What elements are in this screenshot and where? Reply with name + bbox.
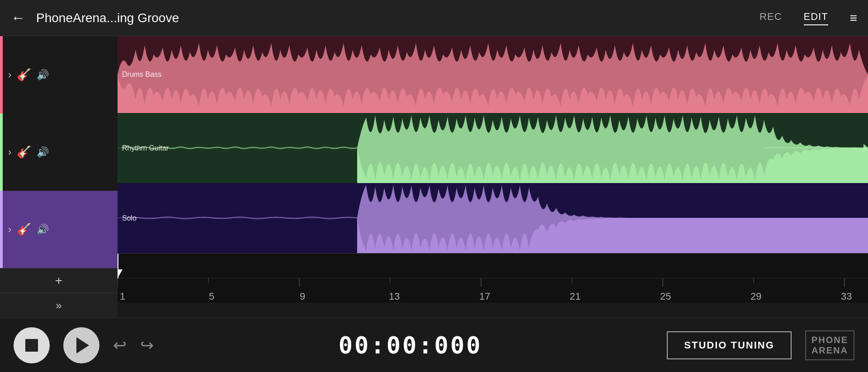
track-instrument-solo: 🎸 (17, 222, 31, 236)
tracks-waveform-area: Drums Bass Rhythm Guitar (118, 36, 868, 318)
stop-button[interactable] (14, 327, 50, 363)
playhead-triangle (118, 269, 123, 278)
svg-text:1: 1 (120, 291, 125, 302)
time-display: 00:00:000 (167, 332, 653, 359)
play-button[interactable] (63, 327, 99, 363)
tab-edit[interactable]: EDIT (804, 11, 828, 25)
main-area: › 🎸 🔊 › 🎸 🔊 › 🎸 🔊 + » Drum (0, 36, 868, 318)
svg-text:5: 5 (209, 291, 214, 302)
export-label-bottom: ARENA (811, 345, 848, 356)
export-button[interactable]: PHONE ARENA (805, 330, 854, 360)
svg-text:9: 9 (300, 291, 305, 302)
tab-rec[interactable]: REC (760, 11, 782, 25)
add-track-button[interactable]: + (0, 268, 118, 293)
fast-forward-button[interactable]: » (0, 293, 118, 318)
play-icon (76, 337, 89, 353)
track-instrument-drums: 🎸 (17, 68, 31, 82)
track-volume-drums[interactable]: 🔊 (37, 69, 49, 81)
track-expand-solo[interactable]: › (8, 224, 11, 235)
track-expand-drums[interactable]: › (8, 69, 11, 81)
sidebar-bottom: + » (0, 268, 118, 318)
track-row-drums-bass[interactable]: Drums Bass (118, 36, 868, 113)
track-volume-solo[interactable]: 🔊 (37, 224, 49, 235)
tracks-sidebar: › 🎸 🔊 › 🎸 🔊 › 🎸 🔊 + » (0, 36, 118, 318)
track-row-rhythm-guitar[interactable]: Rhythm Guitar (118, 113, 868, 183)
back-button[interactable]: ← (11, 9, 25, 26)
export-label-top: PHONE (811, 335, 848, 345)
waveform-drums (118, 36, 868, 113)
waveform-guitar (118, 113, 868, 183)
ruler: 1 5 9 13 17 21 25 29 33 (118, 278, 868, 303)
track-volume-guitar[interactable]: 🔊 (37, 146, 49, 158)
studio-tuning-button[interactable]: STUDIO TUNING (667, 331, 792, 359)
svg-text:13: 13 (389, 291, 400, 302)
waveform-solo (118, 183, 868, 253)
track-instrument-guitar: 🎸 (17, 145, 31, 159)
fast-forward-icon: » (56, 299, 61, 312)
track-row-solo[interactable]: Solo (118, 183, 868, 253)
undo-button[interactable]: ↩ (113, 336, 127, 355)
track-expand-guitar[interactable]: › (8, 146, 11, 158)
nav-tabs: REC EDIT (760, 11, 828, 25)
track-control-rhythm-guitar[interactable]: › 🎸 🔊 (0, 113, 118, 191)
timeline-section: 1 5 9 13 17 21 25 29 33 (118, 253, 868, 303)
add-icon: + (55, 273, 62, 288)
track-control-drums-bass[interactable]: › 🎸 🔊 (0, 36, 118, 113)
stop-icon (25, 339, 38, 352)
page-title: PhoneArena...ing Groove (36, 11, 760, 25)
svg-text:21: 21 (570, 291, 580, 302)
track-control-solo[interactable]: › 🎸 🔊 (0, 191, 118, 268)
menu-icon[interactable]: ≡ (850, 11, 857, 25)
header: ← PhoneArena...ing Groove REC EDIT ≡ (0, 0, 868, 36)
redo-button[interactable]: ↪ (140, 336, 154, 355)
svg-text:29: 29 (750, 291, 761, 302)
svg-text:25: 25 (660, 291, 671, 302)
svg-text:33: 33 (841, 291, 852, 302)
svg-text:17: 17 (479, 291, 490, 302)
transport-bar: ↩ ↪ 00:00:000 STUDIO TUNING PHONE ARENA (0, 318, 868, 372)
